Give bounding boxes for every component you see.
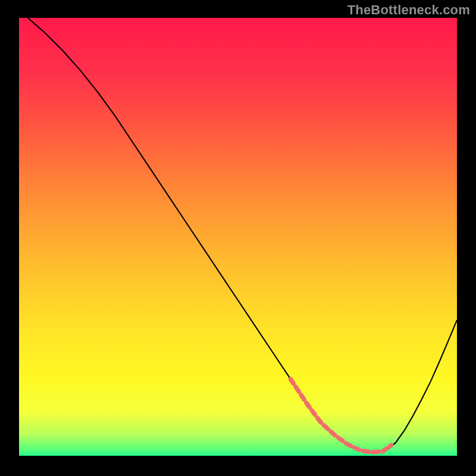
chart-frame: TheBottleneck.com — [0, 0, 476, 476]
gradient-background — [19, 18, 457, 456]
chart-svg — [19, 18, 457, 456]
watermark-text: TheBottleneck.com — [347, 2, 470, 18]
plot-area — [19, 18, 457, 456]
